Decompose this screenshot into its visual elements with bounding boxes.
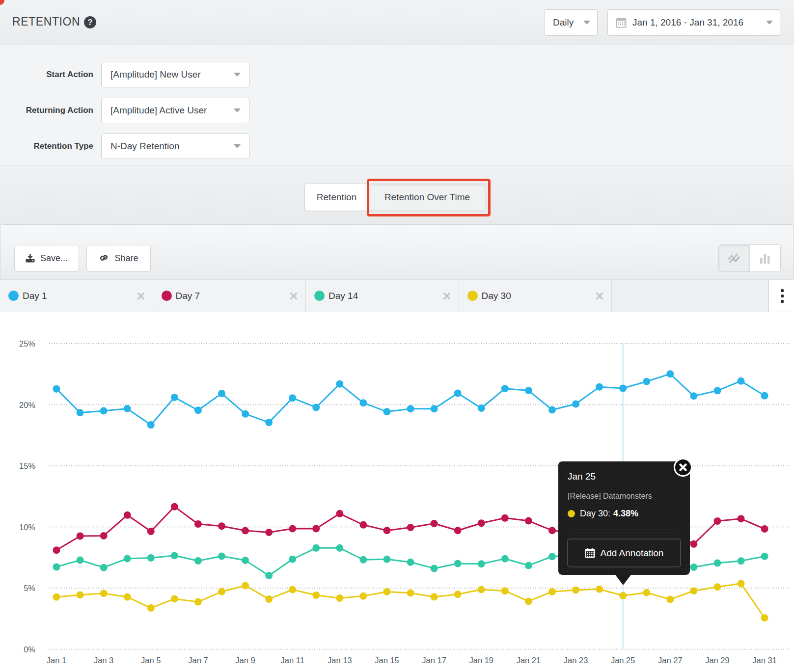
svg-text:Jan 23: Jan 23	[564, 656, 588, 665]
returning-action-dropdown[interactable]: [Amplitude] Active User	[101, 98, 249, 123]
download-icon	[26, 254, 35, 263]
line-chart-icon	[728, 253, 740, 264]
svg-text:25%: 25%	[19, 339, 35, 348]
retention-type-value: N-Day Retention	[110, 141, 179, 152]
tooltip-divider	[567, 530, 682, 530]
day-14-color-dot	[314, 291, 325, 301]
svg-text:Jan 11: Jan 11	[281, 656, 304, 665]
add-annotation-label: Add Annotation	[601, 548, 664, 559]
tooltip-pointer	[615, 575, 631, 585]
svg-text:Jan 17: Jan 17	[422, 656, 446, 665]
calendar-icon	[616, 17, 627, 28]
returning-action-row: Returning Action [Amplitude] Active User	[0, 98, 344, 123]
svg-text:Jan 1: Jan 1	[47, 656, 66, 665]
svg-text:Jan 3: Jan 3	[94, 656, 113, 665]
close-icon[interactable]	[442, 280, 451, 312]
day-30-label: Day 30	[482, 280, 511, 312]
save-button-label: Save...	[40, 253, 68, 264]
svg-text:Jan 31: Jan 31	[752, 656, 777, 665]
chevron-down-icon	[234, 144, 241, 148]
svg-text:15%: 15%	[19, 461, 35, 470]
granularity-dropdown[interactable]: Daily	[544, 9, 598, 36]
retention-page: RETENTION ? Daily Jan 1, 2016 - Jan 31, …	[0, 0, 794, 672]
svg-text:Jan 21: Jan 21	[517, 656, 541, 665]
start-action-value: [Amplitude] New User	[110, 69, 201, 80]
share-button[interactable]: Share	[86, 245, 151, 271]
day-30-color-dot	[568, 510, 575, 517]
svg-text:0%: 0%	[24, 645, 35, 654]
chart-type-toggle	[718, 244, 781, 272]
annotation-tooltip: Jan 25 [Release] Datamonsters Day 30: 4.…	[558, 461, 690, 575]
svg-text:Jan 5: Jan 5	[141, 656, 161, 665]
returning-action-value: [Amplitude] Active User	[110, 105, 207, 116]
svg-text:20%: 20%	[19, 401, 35, 409]
help-icon[interactable]: ?	[84, 16, 96, 28]
tab-retention[interactable]: Retention	[305, 184, 368, 211]
start-action-label: Start Action	[0, 62, 93, 87]
retention-type-label: Retention Type	[0, 134, 93, 159]
day-7-color-dot	[162, 291, 172, 301]
start-action-row: Start Action [Amplitude] New User	[0, 62, 344, 87]
svg-text:Jan 15: Jan 15	[375, 656, 399, 665]
svg-text:5%: 5%	[24, 584, 35, 592]
day-14-label: Day 14	[329, 280, 358, 312]
tooltip-series-row: Day 30: 4.38%	[568, 509, 638, 519]
retention-chart: 0%5%10%15%20%25%Jan 1Jan 3Jan 5Jan 7Jan …	[0, 312, 794, 672]
view-tab-band: Retention Retention Over Time	[0, 165, 794, 224]
legend-tab-day-14[interactable]: Day 14	[306, 280, 459, 312]
svg-text:Jan 25: Jan 25	[611, 656, 635, 665]
query-form: Start Action [Amplitude] New User Return…	[0, 45, 794, 165]
granularity-value: Daily	[553, 17, 574, 28]
retention-type-row: Retention Type N-Day Retention	[0, 134, 344, 159]
header-bar: RETENTION ? Daily Jan 1, 2016 - Jan 31, …	[0, 0, 794, 45]
close-icon	[678, 462, 688, 472]
chevron-down-icon	[234, 108, 241, 112]
kebab-menu-icon	[781, 289, 784, 292]
bar-chart-toggle-button[interactable]	[750, 245, 781, 271]
chevron-down-icon	[234, 73, 241, 77]
series-legend-row: Day 1 Day 7 Day 14 D	[0, 279, 794, 312]
retention-type-dropdown[interactable]: N-Day Retention	[101, 134, 249, 159]
date-range-picker[interactable]: Jan 1, 2016 - Jan 31, 2016	[607, 9, 780, 36]
tooltip-series-value: 4.38%	[613, 509, 638, 519]
kebab-menu-icon	[781, 295, 784, 297]
bar-chart-icon	[760, 253, 770, 264]
svg-text:Jan 7: Jan 7	[188, 656, 208, 665]
red-highlight-box	[367, 179, 491, 216]
calendar-icon	[585, 548, 595, 558]
add-annotation-button[interactable]: Add Annotation	[567, 538, 681, 567]
close-icon[interactable]	[137, 280, 145, 312]
svg-text:Jan 29: Jan 29	[705, 656, 730, 665]
start-action-dropdown[interactable]: [Amplitude] New User	[101, 62, 249, 87]
tooltip-close-button[interactable]	[674, 458, 692, 477]
tooltip-series-label: Day 30:	[580, 509, 610, 519]
day-30-color-dot	[467, 291, 478, 301]
legend-tab-day-1[interactable]: Day 1	[0, 280, 153, 312]
tooltip-annotation-title: [Release] Datamonsters	[568, 492, 652, 501]
day-1-label: Day 1	[23, 280, 47, 312]
share-button-label: Share	[114, 253, 138, 264]
date-range-value: Jan 1, 2016 - Jan 31, 2016	[632, 17, 743, 28]
tooltip-date: Jan 25	[568, 471, 596, 482]
chart-toolbar: Save... Share	[0, 224, 794, 279]
line-chart-toggle-button[interactable]	[719, 245, 750, 271]
chevron-down-icon	[766, 21, 773, 25]
results-card: Save... Share	[0, 224, 794, 672]
close-icon[interactable]	[289, 280, 298, 312]
close-icon[interactable]	[595, 280, 604, 312]
legend-overflow-menu[interactable]	[768, 280, 794, 312]
chevron-down-icon	[583, 21, 590, 25]
svg-text:10%: 10%	[19, 523, 35, 532]
returning-action-label: Returning Action	[0, 98, 93, 123]
day-7-label: Day 7	[176, 280, 200, 312]
save-button[interactable]: Save...	[14, 245, 79, 271]
legend-tab-day-30[interactable]: Day 30	[459, 280, 612, 312]
svg-text:Jan 9: Jan 9	[235, 656, 255, 665]
link-icon	[99, 253, 109, 264]
red-corner-artifact	[0, 0, 4, 5]
kebab-menu-icon	[781, 300, 784, 303]
svg-text:Jan 13: Jan 13	[328, 656, 352, 665]
svg-text:Jan 19: Jan 19	[469, 656, 493, 665]
legend-tab-day-7[interactable]: Day 7	[153, 280, 306, 312]
svg-text:Jan 27: Jan 27	[658, 656, 683, 665]
